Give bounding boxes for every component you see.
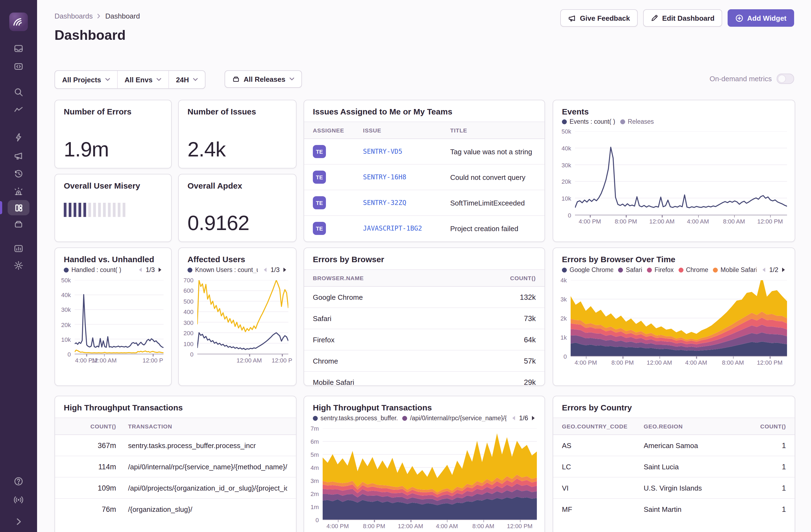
events-chart[interactable]: 010k20k30k40k50k 4:00 PM8:00 PM12:00 AM4…	[555, 131, 787, 225]
time-range-filter[interactable]: 24H	[168, 71, 205, 88]
column-count[interactable]: COUNT()	[748, 423, 786, 429]
transaction-link[interactable]: sentry.tasks.process_buffer.process_incr	[116, 441, 287, 450]
chevron-down-icon	[289, 77, 294, 81]
column-transaction[interactable]: TRANSACTION	[116, 423, 287, 429]
issues-icon[interactable]	[14, 44, 24, 54]
table-row[interactable]: MFSaint Martin1	[553, 499, 795, 519]
transaction-link[interactable]: /{organization_slug}/	[116, 505, 287, 513]
table-row[interactable]: TESENTRY-VD5Tag value was not a string	[304, 139, 545, 165]
edit-dashboard-button[interactable]: Edit Dashboard	[643, 9, 722, 27]
column-count[interactable]: COUNT()	[492, 275, 536, 281]
x-axis-label: 12:00 AM	[91, 357, 117, 364]
assignee-badge[interactable]: TE	[313, 145, 326, 158]
pager-next-icon[interactable]	[782, 267, 786, 273]
widget-events: Events Events : count( )Releases 010k20k…	[553, 100, 795, 242]
sentry-logo[interactable]	[9, 13, 28, 31]
legend-item[interactable]: Releases	[620, 118, 654, 125]
issue-link[interactable]: SENTRY-VD5	[363, 148, 450, 155]
table-row[interactable]: 114m/api/0/internal/rpc/{service_name}/{…	[55, 456, 296, 477]
x-axis-label: 8:00 PM	[612, 359, 634, 366]
search-icon[interactable]	[14, 87, 24, 97]
broadcast-icon[interactable]	[14, 495, 24, 505]
user-misery-gauge	[64, 203, 125, 217]
table-row[interactable]: Google Chrome132k	[304, 287, 545, 308]
pager-prev-icon[interactable]	[762, 267, 766, 273]
releases-filter[interactable]: All Releases	[225, 70, 302, 88]
legend-dot	[620, 119, 625, 124]
transaction-link[interactable]: /api/0/projects/{organization_id_or_slug…	[116, 484, 287, 492]
column-count[interactable]: COUNT()	[64, 423, 116, 429]
x-axis-label: 12:00 PM	[757, 359, 782, 366]
lightning-icon[interactable]	[14, 133, 24, 142]
table-row[interactable]: Safari73k	[304, 308, 545, 329]
table-row[interactable]: Mobile Safari29k	[304, 372, 545, 386]
table-row[interactable]: VIU.S. Virgin Islands1	[553, 477, 795, 499]
project-filter[interactable]: All Projects	[55, 71, 117, 88]
table-row[interactable]: TESENTRY-16H8Could not convert query	[304, 165, 545, 190]
legend-dot	[402, 416, 408, 421]
history-icon[interactable]	[14, 169, 24, 179]
column-region[interactable]: GEO.REGION	[644, 423, 748, 429]
legend-item[interactable]: Safari	[618, 267, 642, 273]
y-axis-label: 10k	[61, 336, 71, 344]
projects-icon[interactable]	[14, 62, 24, 72]
assignee-badge[interactable]: TE	[313, 171, 326, 184]
column-title[interactable]: TITLE	[450, 127, 536, 134]
assignee-badge[interactable]: TE	[313, 196, 326, 209]
column-country-code[interactable]: GEO.COUNTRY_CODE	[562, 423, 644, 429]
legend-item[interactable]: Chrome	[678, 267, 708, 273]
pager-next-icon[interactable]	[531, 415, 536, 421]
pager-prev-icon[interactable]	[511, 415, 516, 421]
high-throughput-chart[interactable]: 01m2m3m4m5m6m7m 4:00 PM8:00 PM12:00 AM4:…	[306, 428, 537, 530]
table-row[interactable]: TESENTRY-32ZQSoftTimeLimitExceeded	[304, 190, 545, 216]
table-row[interactable]: Chrome57k	[304, 350, 545, 372]
dashboards-icon[interactable]	[7, 200, 29, 215]
legend-item[interactable]: Handled : count( )	[64, 267, 121, 273]
column-assignee[interactable]: ASSIGNEE	[313, 127, 363, 134]
megaphone-icon[interactable]	[14, 151, 24, 161]
y-axis-label: 2k	[561, 315, 567, 322]
pager-next-icon[interactable]	[283, 267, 287, 273]
issue-link[interactable]: JAVASCRIPT-1BG2	[363, 225, 450, 232]
browser-over-time-chart[interactable]: 01k2k3k4k 4:00 PM8:00 PM12:00 AM4:00 AM8…	[555, 280, 787, 366]
pager-prev-icon[interactable]	[138, 267, 142, 273]
table-row[interactable]: ASAmerican Samoa1	[553, 435, 795, 456]
y-axis-label: 50k	[562, 127, 571, 135]
collapse-sidebar-icon[interactable]	[14, 517, 24, 527]
legend-item[interactable]: Google Chrome	[562, 267, 613, 273]
column-browser-name[interactable]: BROWSER.NAME	[313, 275, 492, 281]
legend-item[interactable]: Known Users : count_unique(user)	[187, 267, 258, 273]
misery-bar	[88, 203, 91, 217]
legend-item[interactable]: Firefox	[647, 267, 673, 273]
assignee-badge[interactable]: TE	[313, 222, 326, 235]
on-demand-toggle[interactable]	[777, 74, 794, 84]
table-row[interactable]: 367msentry.tasks.process_buffer.process_…	[55, 435, 296, 456]
traces-icon[interactable]	[14, 105, 24, 115]
issue-link[interactable]: SENTRY-16H8	[363, 173, 450, 181]
settings-gear-icon[interactable]	[14, 261, 24, 270]
issue-link[interactable]: SENTRY-32ZQ	[363, 199, 450, 207]
environment-filter[interactable]: All Envs	[117, 71, 168, 88]
affected-users-chart[interactable]: 0100200300400500600700 12:00 AM12:00 P	[181, 280, 288, 364]
stats-icon[interactable]	[14, 244, 24, 254]
table-row[interactable]: TEJAVASCRIPT-1BG2Project creation failed	[304, 216, 545, 241]
pager-prev-icon[interactable]	[263, 267, 267, 273]
legend-item[interactable]: Mobile Safari	[713, 267, 757, 273]
table-row[interactable]: Firefox64k	[304, 329, 545, 350]
give-feedback-button[interactable]: Give Feedback	[560, 9, 638, 27]
table-row[interactable]: LCSaint Lucia1	[553, 456, 795, 477]
releases-icon[interactable]	[14, 219, 24, 229]
legend-item[interactable]: /api/0/internal/rpc/{service_name}/{meth…	[402, 415, 507, 421]
legend-item[interactable]: sentry.tasks.process_buffer.process_incr	[313, 415, 398, 421]
legend-item[interactable]: Events : count( )	[562, 118, 615, 125]
handled-chart[interactable]: 010k20k30k40k50k 4:00 PM12:00 AM12:00 P	[57, 280, 164, 364]
pager-next-icon[interactable]	[158, 267, 163, 273]
transaction-link[interactable]: /api/0/internal/rpc/{service_name}/{meth…	[116, 462, 287, 471]
alerts-icon[interactable]	[14, 187, 24, 197]
help-icon[interactable]	[14, 476, 24, 486]
table-row[interactable]: 109m/api/0/projects/{organization_id_or_…	[55, 477, 296, 499]
column-issue[interactable]: ISSUE	[363, 127, 450, 134]
breadcrumb-dashboards[interactable]: Dashboards	[55, 12, 93, 20]
add-widget-button[interactable]: Add Widget	[728, 9, 794, 27]
table-row[interactable]: 76m/{organization_slug}/	[55, 499, 296, 519]
